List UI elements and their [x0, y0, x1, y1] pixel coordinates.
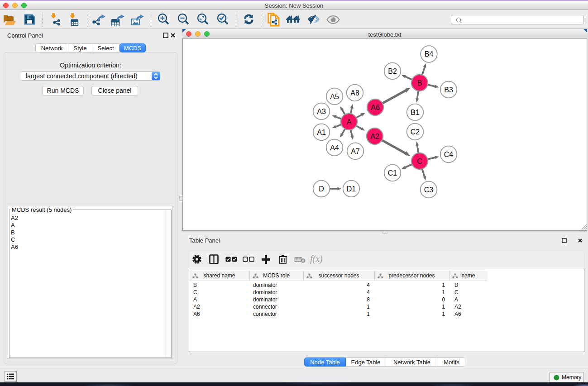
svg-text:B: B	[417, 79, 422, 87]
svg-text:A3: A3	[317, 108, 326, 115]
svg-text:A2: A2	[370, 133, 379, 140]
svg-text:B3: B3	[444, 86, 453, 94]
svg-text:C2: C2	[411, 128, 420, 136]
svg-text:A1: A1	[317, 129, 326, 136]
svg-text:B2: B2	[388, 67, 397, 75]
svg-text:A4: A4	[330, 144, 339, 152]
svg-text:C1: C1	[388, 169, 397, 177]
svg-text:A7: A7	[351, 148, 360, 155]
svg-text:C: C	[417, 157, 422, 165]
svg-text:B4: B4	[425, 50, 434, 58]
svg-text:C4: C4	[444, 151, 454, 158]
svg-text:A5: A5	[330, 93, 339, 100]
svg-text:C3: C3	[424, 186, 434, 194]
svg-text:D: D	[319, 185, 324, 193]
svg-text:B1: B1	[411, 109, 420, 116]
svg-text:D1: D1	[347, 185, 356, 193]
svg-text:A8: A8	[350, 89, 359, 97]
svg-text:A6: A6	[371, 104, 380, 111]
svg-text:A: A	[347, 118, 352, 126]
